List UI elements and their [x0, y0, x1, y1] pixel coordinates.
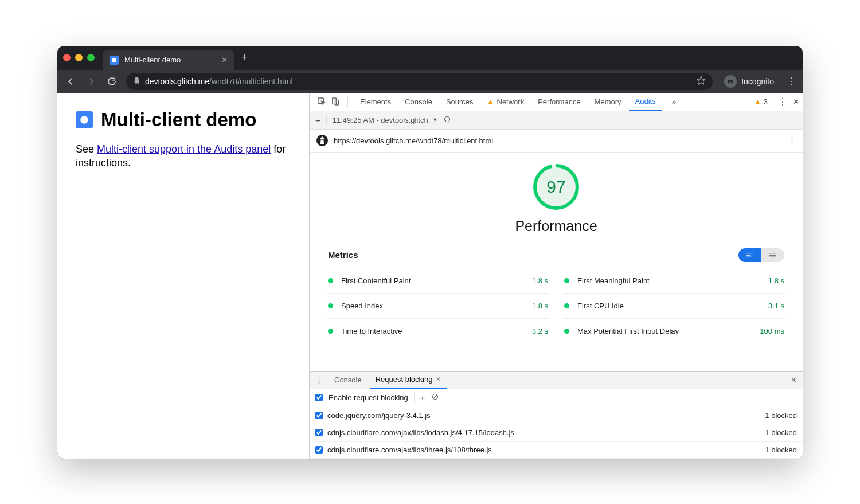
devtools-drawer: ⋮ Console Request blocking ✕ ✕ Enable re…	[310, 371, 803, 459]
blocking-rule[interactable]: code.jquery.com/jquery-3.4.1.js 1 blocke…	[310, 407, 803, 424]
audit-url-text: https://devtools.glitch.me/wndt78/multic…	[334, 136, 493, 145]
page-logo-icon	[76, 111, 93, 128]
audit-url-row: https://devtools.glitch.me/wndt78/multic…	[310, 130, 803, 153]
rule-checkbox[interactable]	[315, 429, 323, 436]
audit-run-selector[interactable]: 11:49:25 AM - devtools.glitch. ▼	[333, 116, 437, 124]
new-audit-button[interactable]: +	[315, 115, 320, 125]
close-drawer-tab-button[interactable]: ✕	[436, 376, 441, 383]
add-pattern-button[interactable]: +	[420, 393, 425, 403]
drawer-tabstrip: ⋮ Console Request blocking ✕ ✕	[310, 372, 803, 389]
view-expanded-button[interactable]	[761, 248, 784, 262]
blocking-toolbar: Enable request blocking +	[310, 389, 803, 407]
tab-performance[interactable]: Performance	[531, 93, 587, 111]
score-category: Performance	[515, 218, 597, 235]
svg-point-2	[80, 116, 88, 124]
enable-blocking-checkbox[interactable]	[315, 394, 323, 401]
metric-name: Time to Interactive	[341, 327, 402, 335]
svg-line-7	[445, 117, 449, 121]
blocking-list: code.jquery.com/jquery-3.4.1.js 1 blocke…	[310, 407, 803, 459]
url-host: devtools.glitch.me	[145, 77, 209, 86]
browser-menu-button[interactable]: ⋮	[787, 76, 796, 87]
devtools-panel: Elements Console Sources ▲Network Perfor…	[310, 93, 803, 459]
svg-marker-1	[698, 76, 705, 84]
window-controls	[63, 54, 95, 61]
tab-audits[interactable]: Audits	[629, 93, 662, 111]
devtools-menu-button[interactable]: ⋮	[778, 96, 787, 107]
bookmark-button[interactable]	[697, 76, 706, 87]
blocking-rule[interactable]: cdnjs.cloudflare.com/ajax/libs/three.js/…	[310, 442, 803, 459]
view-collapsed-button[interactable]	[738, 248, 761, 262]
page-title: Multi-client demo	[76, 109, 291, 131]
audit-report: 97 Performance Metrics	[310, 153, 803, 371]
tabs-overflow-button[interactable]: »	[666, 93, 682, 111]
page-paragraph: See Multi-client support in the Audits p…	[76, 142, 291, 170]
tab-title: Multi-client demo	[124, 56, 181, 64]
tab-sources[interactable]: Sources	[440, 93, 480, 111]
blocking-rule[interactable]: cdnjs.cloudflare.com/ajax/libs/lodash.js…	[310, 424, 803, 442]
incognito-indicator[interactable]: Incognito	[724, 75, 774, 88]
status-dot-icon	[564, 278, 569, 283]
devtools-tabstrip: Elements Console Sources ▲Network Perfor…	[310, 93, 803, 111]
metrics-grid: First Contentful Paint 1.8 s First Meani…	[327, 268, 785, 343]
minimize-window-button[interactable]	[75, 54, 83, 61]
rule-checkbox[interactable]	[315, 412, 323, 419]
metric-row: Max Potential First Input Delay 100 ms	[563, 318, 785, 343]
devtools-close-button[interactable]: ✕	[793, 97, 799, 106]
status-dot-icon	[328, 329, 333, 334]
separator	[347, 96, 348, 107]
metric-value: 3.2 s	[532, 327, 548, 335]
audit-options-button[interactable]: ⋮	[788, 136, 796, 145]
close-window-button[interactable]	[63, 54, 71, 61]
inspect-element-button[interactable]	[315, 97, 328, 106]
audits-toolbar: + 11:49:25 AM - devtools.glitch. ▼	[310, 111, 803, 130]
metric-row: Time to Interactive 3.2 s	[327, 318, 549, 343]
close-tab-button[interactable]: ✕	[221, 56, 228, 64]
svg-point-0	[112, 58, 116, 62]
metric-value: 1.8 s	[768, 276, 784, 285]
enable-blocking-label: Enable request blocking	[329, 393, 408, 402]
score-gauge-ring: 97	[533, 164, 579, 210]
url-path: /wndt78/multiclient.html	[209, 77, 293, 86]
metric-row: First CPU Idle 3.1 s	[563, 293, 785, 318]
content-area: Multi-client demo See Multi-client suppo…	[57, 93, 803, 459]
rule-checkbox[interactable]	[315, 446, 323, 454]
toggle-device-button[interactable]	[329, 97, 342, 106]
back-button[interactable]	[64, 76, 77, 87]
tab-elements[interactable]: Elements	[354, 93, 397, 111]
rule-pattern: cdnjs.cloudflare.com/ajax/libs/lodash.js…	[327, 428, 514, 437]
new-tab-button[interactable]: +	[241, 52, 248, 64]
metric-value: 1.8 s	[532, 302, 548, 310]
drawer-tab-request-blocking[interactable]: Request blocking ✕	[370, 372, 447, 389]
metric-name: First CPU Idle	[577, 302, 624, 310]
metric-row: Speed Index 1.8 s	[327, 293, 549, 318]
metrics-header: Metrics	[327, 248, 785, 268]
tab-console[interactable]: Console	[398, 93, 439, 111]
warning-icon: ▲	[487, 97, 494, 106]
warnings-badge[interactable]: ▲ 3	[754, 97, 768, 106]
reload-button[interactable]	[105, 76, 118, 87]
drawer-menu-button[interactable]: ⋮	[315, 376, 323, 384]
drawer-tab-console[interactable]: Console	[329, 372, 368, 389]
forward-button[interactable]	[85, 76, 97, 87]
rule-count: 1 blocked	[765, 411, 797, 420]
tab-network[interactable]: ▲Network	[481, 93, 531, 111]
tab-memory[interactable]: Memory	[588, 93, 628, 111]
warnings-count: 3	[764, 97, 768, 106]
status-dot-icon	[564, 303, 569, 308]
drawer-close-button[interactable]: ✕	[791, 376, 797, 384]
maximize-window-button[interactable]	[87, 54, 95, 61]
clear-patterns-button[interactable]	[431, 393, 439, 403]
browser-tab[interactable]: Multi-client demo ✕	[103, 50, 234, 70]
metric-value: 1.8 s	[532, 276, 548, 285]
metrics-view-toggle[interactable]	[738, 248, 784, 262]
separator	[414, 392, 415, 403]
clear-audits-button[interactable]	[443, 115, 451, 125]
page-link[interactable]: Multi-client support in the Audits panel	[97, 143, 271, 155]
metric-row: First Meaningful Paint 1.8 s	[563, 268, 785, 293]
address-bar[interactable]: devtools.glitch.me/wndt78/multiclient.ht…	[126, 73, 713, 90]
score-value: 97	[546, 177, 565, 197]
score-gauge: 97 Performance	[327, 164, 785, 235]
tab-favicon	[110, 56, 119, 65]
rule-pattern: cdnjs.cloudflare.com/ajax/libs/three.js/…	[327, 446, 492, 454]
metrics-title: Metrics	[328, 250, 358, 260]
